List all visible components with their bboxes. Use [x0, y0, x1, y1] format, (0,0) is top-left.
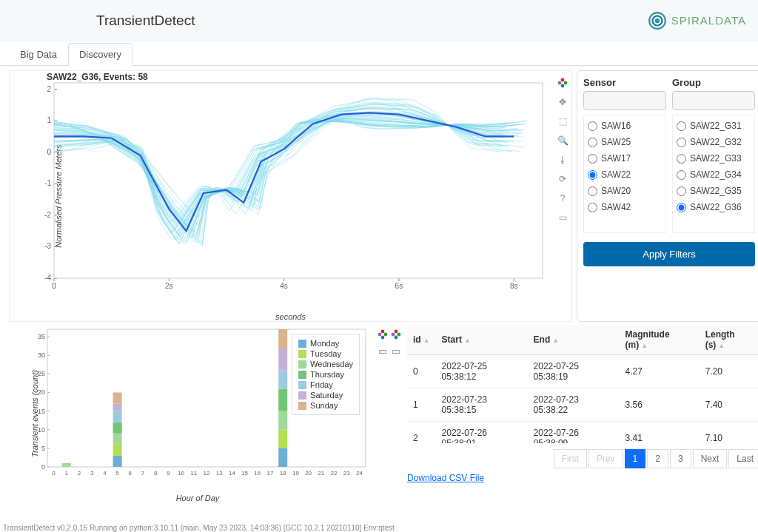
group-option-SAW22_G34[interactable]: SAW22_G34	[675, 166, 752, 183]
svg-point-95	[395, 336, 398, 340]
svg-text:22: 22	[331, 470, 338, 477]
svg-text:-3: -3	[44, 242, 51, 250]
col-end[interactable]: End▲	[528, 325, 620, 355]
group-radio[interactable]	[677, 203, 686, 212]
line-plot[interactable]: 210-1-2-3-402s4s6s8s	[32, 74, 565, 318]
pan-icon[interactable]: ✥	[555, 95, 570, 110]
sensor-radio[interactable]	[588, 138, 597, 147]
page-prev[interactable]: Prev	[588, 449, 623, 468]
svg-rect-84	[113, 404, 122, 411]
group-radio[interactable]	[677, 121, 686, 131]
svg-point-30	[561, 84, 565, 88]
sensor-option-SAW22[interactable]: SAW22	[586, 166, 663, 183]
legend-item: Tuesday	[298, 349, 353, 359]
svg-text:4: 4	[103, 470, 107, 477]
sensor-search-input[interactable]	[583, 91, 666, 110]
svg-text:24: 24	[356, 470, 363, 477]
sensor-radio[interactable]	[588, 121, 597, 131]
group-radio[interactable]	[677, 138, 686, 147]
svg-text:11: 11	[190, 470, 197, 477]
wheel-zoom-icon[interactable]: 🔍	[555, 133, 570, 148]
svg-text:5: 5	[115, 470, 119, 477]
hover-icon[interactable]: ▭	[389, 344, 403, 357]
group-option-SAW22_G31[interactable]: SAW22_G31	[675, 118, 752, 134]
page-first[interactable]: First	[554, 449, 587, 468]
svg-text:16: 16	[254, 470, 261, 477]
svg-text:7: 7	[141, 470, 145, 477]
svg-text:14: 14	[229, 470, 235, 477]
page-3[interactable]: 3	[670, 449, 691, 468]
table-row[interactable]: 02022-07-25 05:38:122022-07-25 05:38:194…	[407, 355, 758, 388]
group-search-input[interactable]	[672, 91, 755, 110]
sensor-radio[interactable]	[588, 154, 597, 164]
group-option-SAW22_G36[interactable]: SAW22_G36	[675, 199, 752, 215]
tab-discovery[interactable]: Discovery	[68, 43, 133, 66]
svg-text:35: 35	[38, 333, 45, 340]
svg-point-28	[561, 78, 565, 82]
svg-text:9: 9	[167, 470, 170, 477]
col-id[interactable]: id▲	[407, 325, 436, 355]
sensor-option-SAW20[interactable]: SAW20	[586, 183, 663, 199]
bar-legend: MondayTuesdayWednesdayThursdayFridaySatu…	[292, 334, 360, 415]
apply-filters-button[interactable]: Apply Filters	[583, 242, 755, 266]
svg-rect-91	[278, 348, 287, 370]
col-start[interactable]: Start▲	[436, 325, 528, 355]
help-icon[interactable]: ?	[555, 191, 570, 206]
sensor-radio-list[interactable]: SAW16SAW25SAW17SAW22SAW20SAW42	[583, 115, 666, 233]
svg-point-31	[558, 81, 562, 85]
legend-item: Monday	[298, 338, 353, 349]
sensor-radio[interactable]	[588, 203, 597, 212]
group-radio[interactable]	[677, 154, 686, 164]
svg-text:15: 15	[38, 408, 45, 415]
svg-text:19: 19	[292, 470, 299, 477]
events-table: id▲Start▲End▲Magnitude (m)▲Length (s)▲ 0…	[407, 325, 758, 443]
save-icon[interactable]: ⭳	[555, 152, 570, 167]
sensor-option-SAW25[interactable]: SAW25	[586, 134, 663, 150]
svg-text:8: 8	[154, 470, 158, 477]
table-row[interactable]: 22022-07-26 05:38:012022-07-26 05:38:093…	[407, 422, 758, 444]
group-radio[interactable]	[677, 186, 686, 196]
download-csv-link[interactable]: Download CSV File	[407, 473, 484, 483]
bokeh-logo-icon[interactable]	[389, 328, 403, 341]
tab-big-data[interactable]: Big Data	[9, 43, 68, 65]
sensor-radio[interactable]	[588, 186, 597, 196]
page-1[interactable]: 1	[625, 449, 646, 468]
svg-text:-4: -4	[44, 274, 51, 282]
group-radio[interactable]	[677, 170, 686, 180]
page-next[interactable]: Next	[693, 449, 728, 468]
svg-text:-1: -1	[44, 179, 51, 187]
reset-icon[interactable]: ⟳	[555, 172, 570, 186]
page-2[interactable]: 2	[647, 449, 668, 468]
svg-text:10: 10	[178, 470, 184, 477]
group-option-SAW22_G33[interactable]: SAW22_G33	[675, 150, 752, 166]
svg-text:23: 23	[343, 470, 350, 477]
col-length-s-[interactable]: Length (s)▲	[700, 325, 758, 355]
svg-text:0: 0	[47, 148, 51, 156]
table-row[interactable]: 12022-07-23 05:38:152022-07-23 05:38:223…	[407, 388, 758, 422]
svg-point-96	[392, 333, 395, 337]
box-zoom-icon[interactable]: ⬚	[555, 114, 570, 129]
svg-text:21: 21	[318, 470, 324, 477]
svg-text:13: 13	[216, 470, 223, 477]
legend-item: Friday	[298, 380, 353, 390]
svg-text:-2: -2	[44, 211, 51, 219]
col-magnitude-m-[interactable]: Magnitude (m)▲	[620, 325, 700, 355]
sensor-option-SAW16[interactable]: SAW16	[586, 118, 663, 134]
tab-bar: Big DataDiscovery	[0, 43, 758, 66]
svg-rect-90	[278, 370, 287, 388]
hover-icon[interactable]: ▭	[555, 210, 570, 225]
group-option-SAW22_G32[interactable]: SAW22_G32	[675, 134, 752, 150]
group-radio-list[interactable]: SAW22_G31SAW22_G32SAW22_G33SAW22_G34SAW2…	[672, 115, 755, 233]
sensor-option-SAW42[interactable]: SAW42	[586, 199, 663, 215]
svg-text:1: 1	[47, 116, 51, 124]
svg-text:1: 1	[65, 470, 69, 477]
group-option-SAW22_G35[interactable]: SAW22_G35	[675, 183, 752, 199]
page-last[interactable]: Last	[728, 449, 758, 468]
spiral-icon	[648, 11, 667, 30]
svg-rect-89	[278, 388, 287, 411]
sensor-radio[interactable]	[588, 170, 597, 180]
sensor-option-SAW17[interactable]: SAW17	[586, 150, 663, 166]
bokeh-logo-icon[interactable]	[555, 75, 570, 90]
svg-text:5: 5	[41, 445, 45, 452]
svg-text:30: 30	[38, 351, 45, 359]
